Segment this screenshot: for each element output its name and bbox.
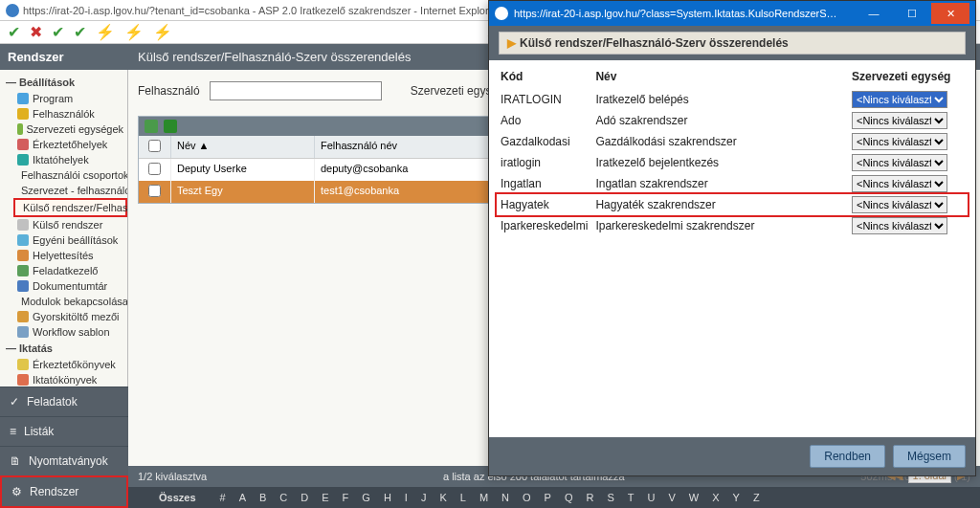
dialog-row: IparkereskedelmiIparkereskedelmi szakren… — [497, 215, 968, 236]
tree-item[interactable]: Érkeztetőhelyek — [13, 137, 127, 152]
org-select[interactable]: <Nincs kiválasztva> — [852, 133, 947, 150]
tree-item-label: Gyorskitöltő mezői — [33, 311, 119, 322]
org-select[interactable]: <Nincs kiválasztva> — [852, 91, 947, 108]
tree-item[interactable]: Gyorskitöltő mezői — [13, 309, 127, 324]
alpha-letter[interactable]: G — [355, 492, 377, 503]
tree-item[interactable]: Szervezeti egységek — [13, 121, 127, 137]
bottom-nav-item[interactable]: ✓Feladatok — [0, 387, 128, 416]
alpha-letter[interactable]: V — [661, 492, 681, 503]
nav-icon: ⚙ — [11, 485, 22, 498]
alpha-letter[interactable]: H — [377, 492, 398, 503]
tree-group[interactable]: — Beállítások — [0, 74, 127, 91]
alpha-letter[interactable]: E — [315, 492, 335, 503]
row-checkbox[interactable] — [148, 185, 161, 197]
check-green-icon[interactable]: ✔ — [8, 23, 20, 41]
cell-org: <Nincs kiválasztva> — [848, 152, 968, 173]
maximize-button[interactable]: ☐ — [893, 3, 931, 24]
org-select[interactable]: <Nincs kiválasztva> — [852, 196, 947, 213]
check-green2-icon[interactable]: ✔ — [52, 23, 64, 41]
bolt-blue-icon[interactable]: ⚡ — [124, 23, 144, 41]
tree-item[interactable]: Külső rendszer — [13, 217, 127, 232]
check-green3-icon[interactable]: ✔ — [74, 23, 86, 41]
alpha-letter[interactable]: X — [705, 492, 725, 503]
org-select[interactable]: <Nincs kiválasztva> — [852, 112, 947, 129]
tree-item[interactable]: Helyettesítés — [13, 248, 127, 263]
cell-code: Gazdalkodasi — [497, 131, 591, 152]
alpha-letter[interactable]: W — [682, 492, 705, 503]
bottom-nav-item[interactable]: 🗎Nyomtatványok — [0, 446, 128, 475]
alpha-letter[interactable]: K — [433, 492, 453, 503]
close-button[interactable]: ✕ — [931, 3, 969, 24]
tree-item[interactable]: Külső rendszer/Felhasz — [13, 198, 127, 217]
alpha-letter[interactable]: L — [454, 492, 473, 503]
col-name[interactable]: Név ▲ — [171, 136, 315, 158]
user-input[interactable] — [210, 81, 382, 100]
alpha-letter[interactable]: B — [253, 492, 273, 503]
x-red-icon[interactable]: ✖ — [30, 23, 42, 41]
alpha-letter[interactable]: T — [621, 492, 641, 503]
alpha-letter[interactable]: N — [495, 492, 516, 503]
alpha-letter[interactable]: D — [294, 492, 315, 503]
tree-item[interactable]: Szervezet - felhasználó — [13, 183, 127, 198]
alpha-letter[interactable]: S — [600, 492, 620, 503]
ok-button[interactable]: Rendben — [810, 445, 885, 468]
tree-item[interactable]: Program — [13, 91, 127, 106]
bottom-nav-item[interactable]: ⚙Rendszer — [0, 475, 128, 508]
tree-item-label: Modulok bekapcsolása — [21, 296, 128, 307]
dialog-row: IngatlanIngatlan szakrendszer<Nincs kivá… — [497, 173, 968, 194]
cell-code: IRATLOGIN — [497, 89, 591, 110]
tree-item-label: Külső rendszer — [33, 219, 102, 231]
tree-item-label: Érkeztetőkönyvek — [33, 359, 116, 370]
alpha-letter[interactable]: Y — [726, 492, 746, 503]
cancel-button[interactable]: Mégsem — [893, 445, 966, 468]
alpha-letter[interactable]: M — [473, 492, 495, 503]
alpha-letter[interactable]: I — [398, 492, 414, 503]
tree-item-icon — [17, 265, 29, 276]
bolt-green-icon[interactable]: ⚡ — [153, 23, 172, 41]
excel-icon[interactable] — [164, 120, 177, 133]
alpha-letter[interactable]: O — [516, 492, 538, 503]
tree-item[interactable]: Felhasználók — [13, 106, 127, 121]
alpha-all[interactable]: Összes — [128, 492, 213, 503]
minimize-button[interactable]: — — [855, 3, 893, 24]
alpha-hash[interactable]: # — [213, 492, 233, 503]
tree-group[interactable]: — Iktatás — [0, 340, 127, 357]
dialog-subtitle: Külső rendszer/Felhasználó-Szerv összere… — [520, 36, 789, 50]
alpha-letter[interactable]: Z — [746, 492, 767, 503]
cell-name: Deputy Userke — [171, 159, 315, 181]
alpha-letter[interactable]: U — [641, 492, 662, 503]
bolt-orange-icon[interactable]: ⚡ — [96, 23, 115, 41]
tree-item-icon — [17, 250, 29, 261]
tree-item[interactable]: Felhasználói csoportok — [13, 167, 127, 183]
alpha-letter[interactable]: Q — [558, 492, 580, 503]
tree-item[interactable]: Workflow sablon — [13, 324, 127, 340]
tree-item[interactable]: Modulok bekapcsolása — [13, 294, 127, 309]
bottom-nav-item[interactable]: ≡Listák — [0, 416, 128, 446]
tree-item[interactable]: Iktatókönyvek — [13, 372, 127, 387]
org-select[interactable]: <Nincs kiválasztva> — [852, 175, 947, 192]
row-checkbox[interactable] — [148, 163, 161, 175]
tree-item[interactable]: Feladatkezelő — [13, 263, 127, 278]
cell-name: Iratkezelő bejelentkezés — [591, 152, 848, 173]
nav-label: Feladatok — [27, 395, 78, 409]
cell-org: <Nincs kiválasztva> — [848, 215, 968, 236]
nav-icon: ≡ — [10, 425, 16, 438]
alpha-letter[interactable]: F — [336, 492, 356, 503]
cell-name: Ingatlan szakrendszer — [591, 173, 848, 194]
alpha-letter[interactable]: R — [579, 492, 600, 503]
org-select[interactable]: <Nincs kiválasztva> — [852, 217, 947, 234]
alpha-letter[interactable]: P — [538, 492, 558, 503]
tree-item-label: Felhasználók — [33, 108, 95, 120]
alpha-letter[interactable]: A — [233, 492, 253, 503]
tree-item[interactable]: Iktatóhelyek — [13, 152, 127, 167]
select-all-checkbox[interactable] — [148, 140, 161, 152]
tree-item-icon — [17, 311, 29, 322]
alpha-letter[interactable]: C — [273, 492, 294, 503]
tree-item[interactable]: Egyéni beállítások — [13, 232, 127, 248]
tree-item[interactable]: Dokumentumtár — [13, 278, 127, 294]
tree-item-label: Szervezeti egységek — [27, 123, 124, 135]
alpha-letter[interactable]: J — [414, 492, 434, 503]
refresh-icon[interactable] — [145, 120, 158, 133]
org-select[interactable]: <Nincs kiválasztva> — [852, 154, 947, 171]
tree-item[interactable]: Érkeztetőkönyvek — [13, 357, 127, 372]
